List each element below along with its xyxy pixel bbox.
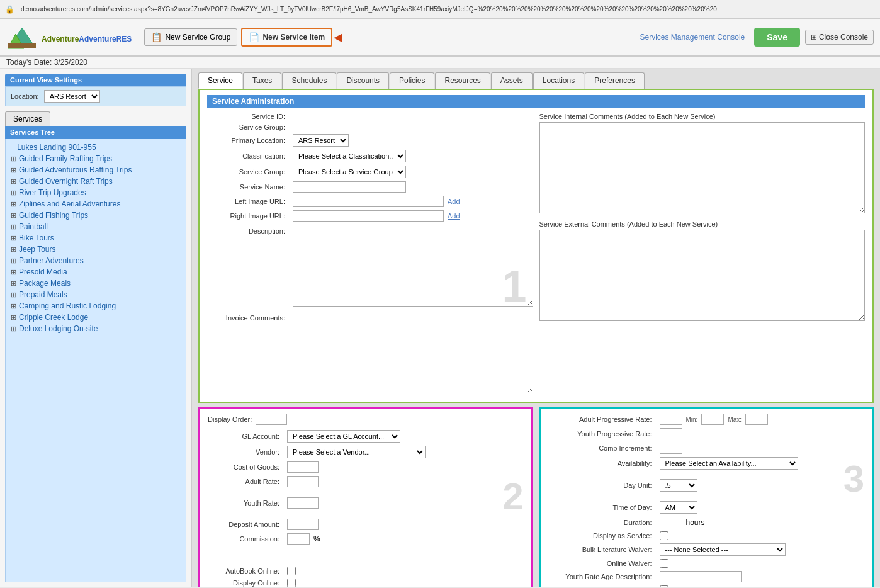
tree-item-label: Presold Media [19, 268, 67, 276]
left-image-add-link[interactable]: Add [448, 198, 460, 205]
display-online-checkbox[interactable] [287, 579, 296, 587]
services-mgmt-link[interactable]: Services Management Console [640, 33, 745, 42]
sidebar-item-guided-overnight[interactable]: ⊞ Guided Overnight Raft Trips [6, 176, 186, 187]
right-image-input[interactable] [293, 210, 444, 222]
adult-progressive-input[interactable] [660, 414, 682, 425]
tab-locations[interactable]: Locations [533, 72, 584, 89]
sidebar-item-lukes[interactable]: Lukes Landing 901-955 [6, 142, 186, 153]
primary-location-label: Primary Location: [207, 137, 289, 144]
new-service-group-label: New Service Group [165, 33, 230, 42]
comp-increment-input[interactable] [660, 443, 682, 454]
adult-rate-input[interactable] [287, 476, 319, 487]
invoice-comments-row: Invoice Comments: [207, 312, 533, 393]
tab-taxes[interactable]: Taxes [243, 72, 281, 89]
browser-url-bar: 🔒 demo.adventureres.com/admin/services.a… [0, 0, 880, 19]
max-label: Max: [728, 416, 742, 423]
new-service-item-button[interactable]: 📄 New Service Item [241, 28, 332, 47]
tree-expand-icon: ⊞ [11, 280, 16, 288]
description-textarea[interactable] [293, 225, 533, 307]
gl-account-select[interactable]: Please Select a GL Account... [287, 430, 400, 443]
availability-label: Availability: [549, 460, 656, 467]
commission-input[interactable] [287, 533, 310, 545]
sidebar-item-ziplines[interactable]: ⊞ Ziplines and Aerial Adventures [6, 198, 186, 210]
tree-item-label: Cripple Creek Lodge [19, 313, 88, 322]
sidebar-item-partner-adventures[interactable]: ⊞ Partner Adventures [6, 255, 186, 266]
classification-select[interactable]: Please Select a Classification... [293, 150, 406, 162]
service-name-input[interactable] [293, 181, 406, 193]
tab-service[interactable]: Service [198, 72, 242, 89]
sidebar-item-cripple-creek[interactable]: ⊞ Cripple Creek Lodge [6, 312, 186, 323]
sidebar-item-package-meals[interactable]: ⊞ Package Meals [6, 278, 186, 289]
sidebar-item-guided-adventurous[interactable]: ⊞ Guided Adventurous Rafting Trips [6, 164, 186, 176]
service-group-row: Service Group: [207, 123, 533, 131]
sidebar-item-guided-fishing[interactable]: ⊞ Guided Fishing Trips [6, 210, 186, 221]
external-comments-label: Service External Comments (Added to Each… [539, 220, 866, 228]
adult-progressive-min-input[interactable] [701, 414, 724, 425]
sidebar-item-paintball[interactable]: ⊞ Paintball [6, 221, 186, 232]
duration-input[interactable] [660, 517, 682, 528]
youth-progressive-input[interactable] [660, 428, 682, 439]
sidebar-item-presold-media[interactable]: ⊞ Presold Media [6, 266, 186, 278]
deposit-amount-input[interactable] [287, 519, 319, 530]
online-waiver-checkbox[interactable] [660, 559, 668, 568]
youth-progressive-row: Youth Progressive Rate: [549, 428, 865, 439]
autobook-checkbox[interactable] [287, 567, 296, 575]
vendor-label: Vendor: [208, 448, 283, 456]
day-unit-select[interactable]: .5 [660, 479, 697, 492]
tab-discounts[interactable]: Discounts [337, 72, 389, 89]
invoice-comments-textarea[interactable] [293, 312, 533, 393]
services-sidebar-tab[interactable]: Services [5, 111, 50, 126]
form-right-col: Service Internal Comments (Added to Each… [539, 113, 866, 397]
youth-rate-input[interactable] [287, 497, 319, 509]
cost-of-goods-input[interactable] [287, 461, 319, 473]
new-service-group-button[interactable]: 📋 New Service Group [144, 28, 237, 46]
close-console-button[interactable]: ⊞ Close Console [805, 30, 874, 45]
right-image-add-link[interactable]: Add [448, 212, 460, 220]
tree-item-label: Camping and Rustic Lodging [19, 302, 116, 310]
sidebar-item-bike-tours[interactable]: ⊞ Bike Tours [6, 232, 186, 244]
youth-rate-row: Youth Rate: 2 [208, 490, 524, 516]
bulk-literature-select[interactable]: --- None Selected --- [660, 543, 786, 556]
tab-assets[interactable]: Assets [491, 72, 533, 89]
youth-rate-age-input[interactable] [660, 571, 742, 582]
service-group2-label: Service Group: [207, 168, 289, 176]
tree-expand-icon: ⊞ [11, 325, 16, 333]
tree-expand-icon: ⊞ [11, 189, 16, 197]
primary-location-select[interactable]: ARS Resort [293, 134, 349, 147]
display-order-label: Display Order: [208, 416, 252, 423]
left-image-input[interactable] [293, 196, 444, 207]
sidebar-item-prepaid-meals[interactable]: ⊞ Prepaid Meals [6, 289, 186, 300]
display-as-service-checkbox[interactable] [660, 531, 668, 540]
youth-rate-label: Youth Rate: [208, 499, 283, 507]
pink-big-number: 2 [502, 478, 523, 516]
tab-policies[interactable]: Policies [390, 72, 434, 89]
external-comments-textarea[interactable] [539, 230, 866, 321]
deposit-amount-label: Deposit Amount: [208, 521, 283, 528]
service-name-label: Service Name: [207, 183, 289, 191]
sidebar-item-river-trip[interactable]: ⊞ River Trip Upgrades [6, 187, 186, 198]
lunch-provided-checkbox[interactable] [660, 585, 668, 587]
tree-expand-icon: ⊞ [11, 302, 16, 310]
display-as-service-label: Display as Service: [549, 532, 656, 540]
display-order-input[interactable] [256, 414, 287, 425]
sidebar-item-camping-rustic[interactable]: ⊞ Camping and Rustic Lodging [6, 300, 186, 312]
tree-item-label: Jeep Tours [19, 245, 55, 254]
availability-select[interactable]: Please Select an Availability... [660, 457, 798, 470]
tree-expand-icon: ⊞ [11, 246, 16, 254]
sidebar-item-deluxe-lodging[interactable]: ⊞ Deluxe Lodging On-site [6, 323, 186, 334]
tab-preferences[interactable]: Preferences [585, 72, 645, 89]
tab-resources[interactable]: Resources [435, 72, 490, 89]
adult-progressive-label: Adult Progressive Rate: [549, 416, 656, 423]
location-select[interactable]: ARS Resort [44, 90, 100, 103]
adult-progressive-max-input[interactable] [745, 414, 768, 425]
vendor-select[interactable]: Please Select a Vendor... [287, 446, 426, 458]
invoice-comments-label: Invoice Comments: [207, 312, 289, 322]
sidebar-item-jeep-tours[interactable]: ⊞ Jeep Tours [6, 244, 186, 255]
save-button[interactable]: Save [754, 28, 800, 47]
service-group2-select[interactable]: Please Select a Service Group... [293, 166, 406, 178]
time-of-day-select[interactable]: AM PM [660, 501, 697, 514]
close-console-icon: ⊞ [811, 33, 817, 42]
tab-schedules[interactable]: Schedules [282, 72, 336, 89]
sidebar-item-guided-family[interactable]: ⊞ Guided Family Rafting Trips [6, 153, 186, 164]
internal-comments-textarea[interactable] [539, 122, 866, 213]
